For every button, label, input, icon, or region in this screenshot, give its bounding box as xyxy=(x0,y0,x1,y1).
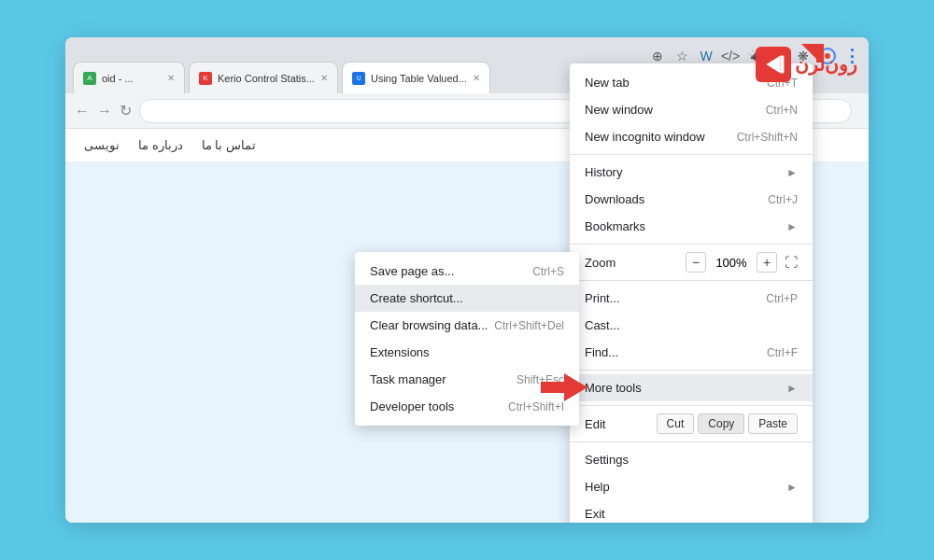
menu-bookmarks[interactable]: Bookmarks ► xyxy=(570,213,813,240)
menu-divider-1 xyxy=(570,154,813,155)
menu-print-label: Print... xyxy=(585,291,620,305)
menu-zoom-label: Zoom xyxy=(585,256,616,270)
back-button[interactable]: ← xyxy=(75,103,90,119)
tab-kerio-close[interactable]: ✕ xyxy=(320,73,328,83)
menu-save-page-shortcut: Ctrl+S xyxy=(532,265,564,278)
menu-more-tools-arrow: ► xyxy=(786,382,798,395)
menu-edit-actions: Cut Copy Paste xyxy=(657,413,798,434)
menu-help-label: Help xyxy=(585,480,610,494)
menu-copy-button[interactable]: Copy xyxy=(698,413,744,434)
screenshot-container: رون‌لرن A oid - ... ✕ K Kerio Control St… xyxy=(65,37,869,523)
menu-divider-2 xyxy=(570,244,813,245)
menu-print-shortcut: Ctrl+P xyxy=(766,292,798,305)
menu-help-arrow: ► xyxy=(786,481,798,494)
menu-bookmarks-label: Bookmarks xyxy=(585,219,645,233)
nav-contact[interactable]: تماس با ما xyxy=(202,138,256,152)
menu-new-window-shortcut: Ctrl+N xyxy=(766,104,798,117)
tab-android[interactable]: A oid - ... ✕ xyxy=(73,62,185,93)
menu-downloads[interactable]: Downloads Ctrl+J xyxy=(570,186,813,213)
code-icon[interactable]: </> xyxy=(721,47,740,65)
tab-using-close[interactable]: ✕ xyxy=(473,73,480,83)
menu-new-incognito[interactable]: New incognito window Ctrl+Shift+N xyxy=(570,123,813,150)
menu-new-incognito-label: New incognito window xyxy=(585,130,705,144)
menu-downloads-label: Downloads xyxy=(585,192,644,206)
menu-more-tools-label: More tools xyxy=(585,381,642,395)
menu-divider-3 xyxy=(570,280,813,281)
menu-cut-button[interactable]: Cut xyxy=(657,413,695,434)
tab-using[interactable]: U Using Table Valued... ✕ xyxy=(342,62,490,93)
star-icon[interactable]: ☆ xyxy=(672,47,691,65)
nav-about[interactable]: درباره ما xyxy=(138,138,183,152)
wordpress-icon[interactable]: W xyxy=(697,47,715,65)
menu-downloads-shortcut: Ctrl+J xyxy=(768,193,798,206)
menu-print[interactable]: Print... Ctrl+P xyxy=(570,285,813,312)
tab-kerio[interactable]: K Kerio Control Statis... ✕ xyxy=(189,62,338,93)
svg-rect-2 xyxy=(781,56,785,74)
menu-settings-label: Settings xyxy=(585,453,629,467)
tab-kerio-favicon: K xyxy=(199,72,212,85)
menu-divider-6 xyxy=(570,441,813,442)
menu-settings[interactable]: Settings xyxy=(570,446,813,473)
zoom-expand-icon[interactable]: ⛶ xyxy=(785,255,798,270)
tab-android-label: oid - ... xyxy=(102,73,134,84)
nav-writing[interactable]: نویسی xyxy=(84,138,120,152)
menu-bookmarks-arrow: ► xyxy=(786,220,798,233)
tab-android-favicon: A xyxy=(83,72,96,85)
menu-divider-4 xyxy=(570,370,813,371)
menu-clear-browsing-shortcut: Ctrl+Shift+Del xyxy=(494,319,564,332)
menu-find-shortcut: Ctrl+F xyxy=(767,346,798,359)
menu-cast[interactable]: Cast... xyxy=(570,312,813,339)
menu-history-arrow: ► xyxy=(786,166,798,179)
tab-using-favicon: U xyxy=(352,72,365,85)
menu-cast-label: Cast... xyxy=(585,318,620,332)
zoom-minus[interactable]: − xyxy=(686,252,706,273)
menu-create-shortcut-label: Create shortcut... xyxy=(370,291,463,305)
menu-extensions-label: Extensions xyxy=(370,345,430,359)
menu-developer-tools-label: Developer tools xyxy=(370,399,454,413)
main-context-menu: New tab Ctrl+T New window Ctrl+N New inc… xyxy=(570,63,813,523)
svg-rect-8 xyxy=(541,382,567,393)
menu-exit-label: Exit xyxy=(585,507,605,521)
menu-find-label: Find... xyxy=(585,345,618,359)
menu-new-incognito-shortcut: Ctrl+Shift+N xyxy=(737,131,798,144)
forward-button[interactable]: → xyxy=(97,103,112,119)
tab-kerio-label: Kerio Control Statis... xyxy=(218,73,315,84)
menu-find[interactable]: Find... Ctrl+F xyxy=(570,339,813,366)
tab-using-label: Using Table Valued... xyxy=(371,73,467,84)
svg-marker-7 xyxy=(564,373,587,401)
menu-create-shortcut[interactable]: Create shortcut... xyxy=(355,285,579,312)
menu-paste-button[interactable]: Paste xyxy=(748,413,798,434)
logo-icon xyxy=(756,47,791,82)
menu-edit-label: Edit xyxy=(585,417,657,431)
logo-text: رون‌لرن xyxy=(795,53,857,76)
tab-android-close[interactable]: ✕ xyxy=(167,73,175,83)
menu-clear-browsing-label: Clear browsing data... xyxy=(370,318,488,332)
menu-help[interactable]: Help ► xyxy=(570,473,813,500)
menu-history[interactable]: History ► xyxy=(570,159,813,186)
menu-new-window[interactable]: New window Ctrl+N xyxy=(570,96,813,123)
menu-more-tools[interactable]: More tools ► xyxy=(570,374,813,401)
menu-exit[interactable]: Exit xyxy=(570,500,813,523)
menu-new-window-label: New window xyxy=(585,103,653,117)
arrow-submenu-indicator xyxy=(536,369,592,410)
menu-save-page-label: Save page as... xyxy=(370,264,454,278)
zoom-value: 100% xyxy=(714,256,749,270)
menu-clear-browsing[interactable]: Clear browsing data... Ctrl+Shift+Del xyxy=(355,312,579,339)
reload-button[interactable]: ↻ xyxy=(120,102,132,119)
menu-divider-5 xyxy=(570,405,813,406)
translate-icon[interactable]: ⊕ xyxy=(648,47,667,65)
menu-task-manager-label: Task manager xyxy=(370,372,446,386)
menu-edit-row: Edit Cut Copy Paste xyxy=(570,410,813,438)
menu-new-tab-label: New tab xyxy=(585,76,630,90)
menu-history-label: History xyxy=(585,165,622,179)
menu-save-page[interactable]: Save page as... Ctrl+S xyxy=(355,258,579,285)
logo-area: رون‌لرن xyxy=(756,47,857,82)
menu-zoom-controls: − 100% + ⛶ xyxy=(686,252,798,273)
menu-extensions[interactable]: Extensions xyxy=(355,339,579,366)
menu-zoom-row: Zoom − 100% + ⛶ xyxy=(570,248,813,276)
zoom-plus[interactable]: + xyxy=(757,252,777,273)
